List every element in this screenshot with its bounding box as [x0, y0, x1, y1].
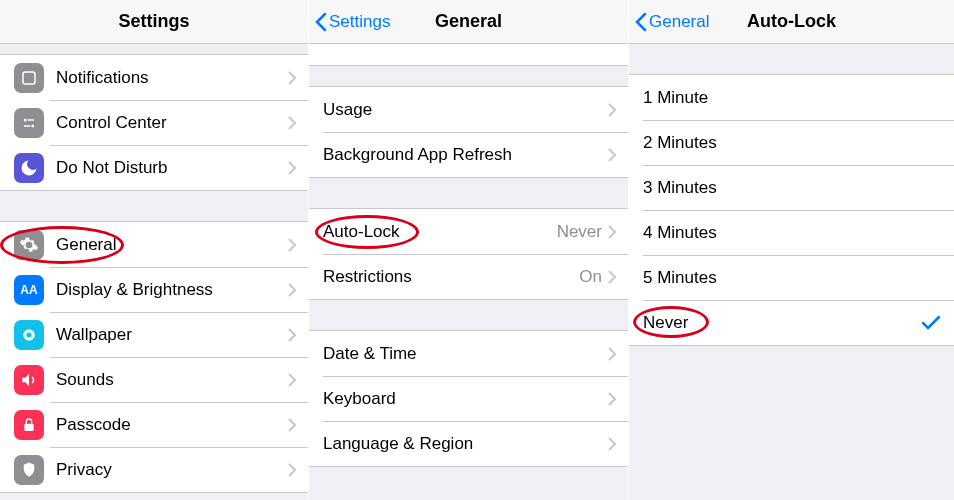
control-center-icon	[14, 108, 44, 138]
row-label: Do Not Disturb	[56, 158, 288, 178]
settings-group-1: Notifications Control Center Do Not Dist…	[0, 54, 308, 191]
row-label: General	[56, 235, 288, 255]
chevron-right-icon	[608, 103, 616, 117]
chevron-right-icon	[288, 463, 296, 477]
option-2-minutes[interactable]: 2 Minutes	[629, 120, 954, 165]
notifications-icon	[14, 63, 44, 93]
navbar-title: Settings	[0, 11, 308, 32]
chevron-right-icon	[288, 161, 296, 175]
row-general[interactable]: General	[0, 222, 308, 267]
chevron-right-icon	[608, 225, 616, 239]
display-icon: AA	[14, 275, 44, 305]
svg-rect-0	[23, 72, 35, 84]
row-label: Notifications	[56, 68, 288, 88]
row-wallpaper[interactable]: Wallpaper	[0, 312, 308, 357]
navbar-auto-lock: General Auto-Lock	[629, 0, 954, 44]
svg-rect-2	[28, 119, 35, 121]
pane-settings: Settings Notifications Control Center Do…	[0, 0, 308, 500]
row-value: On	[579, 267, 602, 287]
back-label: General	[649, 12, 709, 32]
option-4-minutes[interactable]: 4 Minutes	[629, 210, 954, 255]
svg-point-6	[27, 332, 32, 337]
row-label: Language & Region	[323, 434, 608, 454]
row-label: Background App Refresh	[323, 145, 608, 165]
option-label: 3 Minutes	[643, 178, 954, 198]
chevron-left-icon	[315, 12, 327, 32]
row-keyboard[interactable]: Keyboard	[309, 376, 628, 421]
row-label: Privacy	[56, 460, 288, 480]
checkmark-icon	[922, 316, 940, 330]
chevron-right-icon	[608, 392, 616, 406]
chevron-right-icon	[288, 71, 296, 85]
option-label: 1 Minute	[643, 88, 954, 108]
chevron-right-icon	[288, 116, 296, 130]
general-group-3: Date & Time Keyboard Language & Region	[309, 330, 628, 467]
row-passcode[interactable]: Passcode	[0, 402, 308, 447]
row-restrictions[interactable]: Restrictions On	[309, 254, 628, 299]
svg-rect-4	[24, 125, 31, 127]
back-button[interactable]: Settings	[309, 12, 390, 32]
chevron-right-icon	[288, 283, 296, 297]
option-1-minute[interactable]: 1 Minute	[629, 75, 954, 120]
row-label: Sounds	[56, 370, 288, 390]
row-value: Never	[557, 222, 602, 242]
option-3-minutes[interactable]: 3 Minutes	[629, 165, 954, 210]
chevron-right-icon	[288, 418, 296, 432]
svg-point-1	[24, 118, 27, 121]
passcode-icon	[14, 410, 44, 440]
general-icon	[14, 230, 44, 260]
pane-auto-lock: General Auto-Lock 1 Minute 2 Minutes 3 M…	[628, 0, 954, 500]
chevron-right-icon	[608, 270, 616, 284]
back-label: Settings	[329, 12, 390, 32]
row-notifications[interactable]: Notifications	[0, 55, 308, 100]
svg-rect-7	[24, 423, 33, 430]
row-label: Usage	[323, 100, 608, 120]
privacy-icon	[14, 455, 44, 485]
row-label: Date & Time	[323, 344, 608, 364]
row-label: Display & Brightness	[56, 280, 288, 300]
wallpaper-icon	[14, 320, 44, 350]
option-label: Never	[643, 313, 922, 333]
back-button[interactable]: General	[629, 12, 709, 32]
partial-row	[309, 44, 628, 66]
general-group-2: Auto-Lock Never Restrictions On	[309, 208, 628, 300]
row-usage[interactable]: Usage	[309, 87, 628, 132]
row-dnd[interactable]: Do Not Disturb	[0, 145, 308, 190]
row-sounds[interactable]: Sounds	[0, 357, 308, 402]
row-auto-lock[interactable]: Auto-Lock Never	[309, 209, 628, 254]
row-privacy[interactable]: Privacy	[0, 447, 308, 492]
navbar-general: Settings General	[309, 0, 628, 44]
row-control-center[interactable]: Control Center	[0, 100, 308, 145]
chevron-right-icon	[608, 437, 616, 451]
dnd-icon	[14, 153, 44, 183]
chevron-right-icon	[288, 373, 296, 387]
row-label: Passcode	[56, 415, 288, 435]
row-label: Wallpaper	[56, 325, 288, 345]
chevron-right-icon	[608, 148, 616, 162]
row-label: Keyboard	[323, 389, 608, 409]
general-group-1: Usage Background App Refresh	[309, 86, 628, 178]
chevron-right-icon	[608, 347, 616, 361]
row-background-app-refresh[interactable]: Background App Refresh	[309, 132, 628, 177]
navbar-settings: Settings	[0, 0, 308, 44]
option-5-minutes[interactable]: 5 Minutes	[629, 255, 954, 300]
chevron-right-icon	[288, 328, 296, 342]
auto-lock-options: 1 Minute 2 Minutes 3 Minutes 4 Minutes 5…	[629, 74, 954, 346]
svg-point-3	[31, 124, 34, 127]
option-label: 5 Minutes	[643, 268, 954, 288]
row-language-region[interactable]: Language & Region	[309, 421, 628, 466]
row-label: Control Center	[56, 113, 288, 133]
row-date-time[interactable]: Date & Time	[309, 331, 628, 376]
chevron-left-icon	[635, 12, 647, 32]
settings-group-2: General AA Display & Brightness Wallpape…	[0, 221, 308, 493]
row-label: Auto-Lock	[323, 222, 557, 242]
pane-general: Settings General Usage Background App Re…	[308, 0, 628, 500]
row-label: Restrictions	[323, 267, 579, 287]
option-label: 4 Minutes	[643, 223, 954, 243]
row-display-brightness[interactable]: AA Display & Brightness	[0, 267, 308, 312]
option-never[interactable]: Never	[629, 300, 954, 345]
chevron-right-icon	[288, 238, 296, 252]
option-label: 2 Minutes	[643, 133, 954, 153]
sounds-icon	[14, 365, 44, 395]
